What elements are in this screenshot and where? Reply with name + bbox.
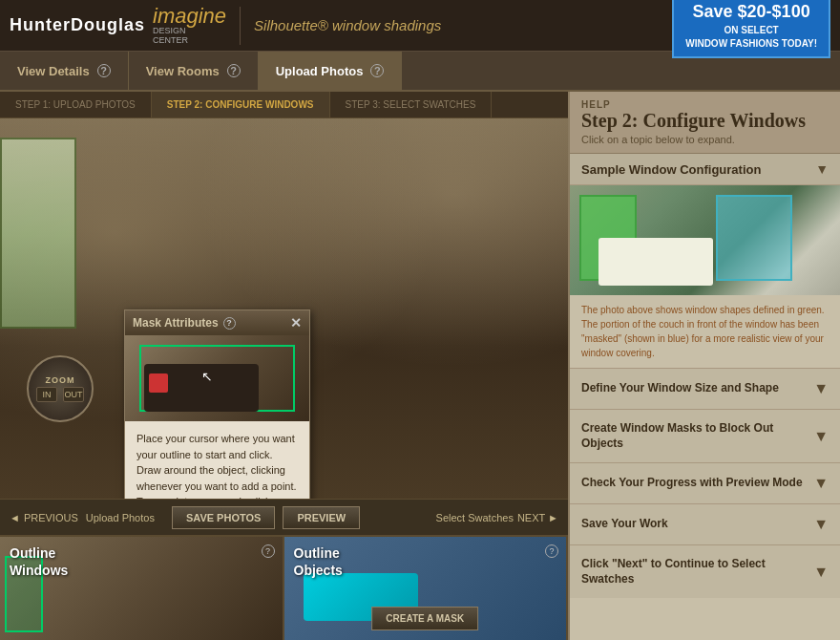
thumb-objects-help-icon[interactable]: ? bbox=[545, 544, 558, 558]
mask-popup-title-text: Mask Attributes bbox=[133, 316, 219, 330]
accordion-item-1[interactable]: Create Window Masks to Block Out Objects… bbox=[570, 410, 840, 463]
accordion-item-2[interactable]: Check Your Progress with Preview Mode ▼ bbox=[570, 463, 840, 504]
accordion-item-2-label: Check Your Progress with Preview Mode bbox=[581, 476, 806, 491]
step-3-label: STEP 3: SELECT SWATCHES bbox=[346, 99, 476, 110]
step-1[interactable]: STEP 1: UPLOAD PHOTOS bbox=[0, 92, 152, 117]
sample-description: The photo above shows window shapes defi… bbox=[570, 295, 840, 369]
zoom-out-button[interactable]: OUT bbox=[63, 387, 84, 402]
mask-attributes-popup: Mask Attributes ? ✕ ↖ Place your cursor … bbox=[124, 309, 310, 499]
preview-button[interactable]: PREVIEW bbox=[283, 506, 360, 529]
accordion-item-3[interactable]: Save Your Work ▼ bbox=[570, 504, 840, 545]
thumb-outline-windows[interactable]: OutlineWindows ? bbox=[0, 537, 284, 640]
step-3[interactable]: STEP 3: SELECT SWATCHES bbox=[330, 92, 493, 117]
mask-mini-preview: ↖ bbox=[125, 335, 309, 421]
sample-config-header[interactable]: Sample Window Configuration ▼ bbox=[570, 154, 840, 185]
step-2-label: STEP 2: CONFIGURE WINDOWS bbox=[167, 99, 314, 110]
promo-amount: Save $20-$100 bbox=[685, 0, 817, 24]
thumb-objects-label: OutlineObjects bbox=[294, 544, 343, 579]
save-photos-button[interactable]: SAVE PHOTOS bbox=[172, 506, 275, 529]
step-2[interactable]: STEP 2: CONFIGURE WINDOWS bbox=[152, 92, 330, 117]
tab-view-rooms-label: View Rooms bbox=[146, 64, 220, 78]
sample-window-cyan bbox=[716, 195, 792, 281]
accordion-item-1-toggle[interactable]: ▼ bbox=[813, 428, 829, 445]
promo-detail: ON SELECTWINDOW FASHIONS TODAY! bbox=[685, 24, 817, 51]
accordion-item-3-label: Save Your Work bbox=[581, 517, 806, 532]
tab-upload-photos-label: Upload Photos bbox=[276, 64, 364, 78]
brand-design: DESIGNCENTER bbox=[153, 27, 226, 46]
mask-popup-title: Mask Attributes ? bbox=[133, 316, 236, 330]
zoom-buttons: IN OUT bbox=[36, 387, 84, 402]
mask-help-icon[interactable]: ? bbox=[223, 317, 236, 330]
accordion-item-3-toggle[interactable]: ▼ bbox=[813, 516, 829, 533]
next-arrow-icon: NEXT ► bbox=[517, 512, 558, 523]
help-header: HELP Step 2: Configure Windows Click on … bbox=[570, 92, 840, 154]
accordion-item-0-label: Define Your Window Size and Shape bbox=[581, 381, 806, 396]
previous-label: PREVIOUS bbox=[24, 512, 78, 523]
accordion-item-4-label: Click "Next" to Continue to Select Swatc… bbox=[581, 557, 806, 587]
accordion-item-4-toggle[interactable]: ▼ bbox=[813, 564, 829, 581]
sample-config-title: Sample Window Configuration bbox=[581, 162, 761, 177]
zoom-control: ZOOM IN OUT bbox=[27, 355, 94, 422]
accordion-item-2-toggle[interactable]: ▼ bbox=[813, 475, 829, 492]
sample-config-section: Sample Window Configuration ▼ The photo … bbox=[570, 154, 840, 369]
thumbnail-strip: OutlineWindows ? OutlineObjects ? CREATE… bbox=[0, 535, 568, 640]
promo-banner[interactable]: Save $20-$100 ON SELECTWINDOW FASHIONS T… bbox=[672, 0, 830, 58]
help-title: Step 2: Configure Windows bbox=[581, 110, 829, 132]
mask-instructions: Place your cursor where you want your ou… bbox=[125, 421, 309, 499]
next-sub: Select Swatches bbox=[436, 512, 514, 523]
header: HunterDouglas imagine DESIGNCENTER Silho… bbox=[0, 0, 840, 52]
tab-view-rooms[interactable]: View Rooms ? bbox=[129, 52, 259, 90]
tab-view-rooms-help[interactable]: ? bbox=[227, 64, 241, 77]
accordion-item-0[interactable]: Define Your Window Size and Shape ▼ bbox=[570, 369, 840, 410]
tab-upload-photos[interactable]: Upload Photos ? bbox=[259, 52, 403, 90]
thumb-outline-objects[interactable]: OutlineObjects ? CREATE A MASK bbox=[284, 537, 569, 640]
right-panel: HELP Step 2: Configure Windows Click on … bbox=[568, 92, 840, 640]
next-button[interactable]: Select Swatches NEXT ► bbox=[436, 512, 558, 523]
accordion-item-4[interactable]: Click "Next" to Continue to Select Swatc… bbox=[570, 545, 840, 598]
tab-view-details-label: View Details bbox=[17, 64, 90, 78]
previous-button[interactable]: ◄ PREVIOUS Upload Photos bbox=[10, 512, 155, 523]
tab-view-details[interactable]: View Details ? bbox=[0, 52, 129, 90]
thumb-windows-label: OutlineWindows bbox=[10, 544, 68, 579]
mask-popup-header: Mask Attributes ? ✕ bbox=[125, 310, 309, 335]
left-panel: STEP 1: UPLOAD PHOTOS STEP 2: CONFIGURE … bbox=[0, 92, 568, 640]
cursor-icon: ↖ bbox=[201, 369, 213, 384]
accordion-list: Define Your Window Size and Shape ▼ Crea… bbox=[570, 369, 840, 598]
create-mask-button[interactable]: CREATE A MASK bbox=[371, 607, 478, 630]
tab-view-details-help[interactable]: ? bbox=[97, 64, 111, 77]
previous-sub: Upload Photos bbox=[86, 512, 155, 523]
brand-imagine: imagine bbox=[153, 6, 226, 27]
brand-name: HunterDouglas bbox=[10, 15, 145, 35]
mask-close-button[interactable]: ✕ bbox=[290, 315, 302, 331]
step-1-label: STEP 1: UPLOAD PHOTOS bbox=[15, 99, 136, 110]
bottom-bar: ◄ PREVIOUS Upload Photos SAVE PHOTOS PRE… bbox=[0, 499, 568, 535]
photo-area: Mask Attributes ? ✕ ↖ Place your cursor … bbox=[0, 118, 568, 499]
sample-couch bbox=[598, 238, 713, 286]
help-label: HELP bbox=[581, 99, 829, 110]
sample-config-image bbox=[570, 185, 840, 295]
window-outline-left bbox=[0, 138, 76, 329]
mask-mini-pillow bbox=[149, 373, 168, 393]
accordion-item-1-label: Create Window Masks to Block Out Objects bbox=[581, 421, 806, 451]
thumb-windows-help-icon[interactable]: ? bbox=[262, 544, 275, 558]
zoom-label: ZOOM bbox=[46, 375, 75, 385]
sample-config-toggle[interactable]: ▼ bbox=[815, 161, 829, 177]
logo-area: HunterDouglas imagine DESIGNCENTER bbox=[10, 6, 226, 46]
step-bar: STEP 1: UPLOAD PHOTOS STEP 2: CONFIGURE … bbox=[0, 92, 568, 118]
tab-upload-photos-help[interactable]: ? bbox=[370, 64, 384, 77]
zoom-in-button[interactable]: IN bbox=[36, 387, 57, 402]
header-divider bbox=[240, 7, 241, 45]
main-layout: STEP 1: UPLOAD PHOTOS STEP 2: CONFIGURE … bbox=[0, 92, 840, 640]
accordion-item-0-toggle[interactable]: ▼ bbox=[813, 380, 829, 397]
prev-arrow-icon: ◄ bbox=[10, 512, 20, 523]
tagline: Silhouette® window shadings bbox=[254, 17, 441, 33]
help-subtitle: Click on a topic below to expand. bbox=[581, 134, 829, 145]
